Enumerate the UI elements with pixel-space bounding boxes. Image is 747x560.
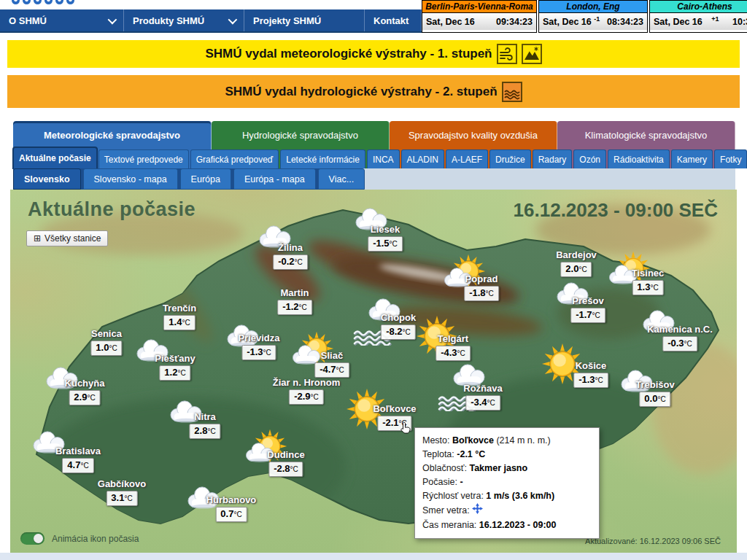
station-poprad[interactable]: Poprad-1.8°C: [464, 273, 499, 301]
clock-datetime-row: Sat, Dec 16-108:34:23: [539, 13, 647, 30]
station-pre-ov[interactable]: Prešov-1.7°C: [570, 295, 605, 323]
station-temp: -1.3°C: [573, 373, 608, 388]
clock-utc-offset: -1: [594, 15, 600, 23]
station--ilina[interactable]: Žilina-0.2°C: [273, 242, 308, 270]
toggle-knob: [34, 534, 43, 543]
station-bardejov[interactable]: Bardejov2.0°C: [556, 249, 597, 277]
nav-item-projekty-shmú[interactable]: Projekty SHMÚ: [244, 9, 365, 31]
station-trebi-ov[interactable]: Trebišov0.0°C: [635, 379, 674, 407]
clock-date: Sat, Dec 16: [543, 17, 592, 27]
station-pie-any[interactable]: Piešťany1.2°C: [155, 353, 195, 381]
tab-leteck-inform-cie[interactable]: Letecké informácie: [280, 149, 365, 168]
tab-grafick-predpove-[interactable]: Grafická predpoveď: [190, 149, 279, 168]
station-name: Rožňava: [463, 383, 502, 394]
tab-slovensko[interactable]: Slovensko: [13, 168, 81, 190]
main-tab-spravodajstvo[interactable]: Spravodajstvo kvality ovzdušia: [390, 121, 557, 149]
tab-aktu-lne-po-asie[interactable]: Aktuálne počasie: [13, 147, 97, 168]
meteo-alert-banner[interactable]: SHMÚ vydal meteorologické výstrahy - 1. …: [7, 40, 740, 68]
clock: London, EngSat, Dec 16-108:34:23: [538, 0, 648, 33]
clock: Berlin-Paris-Vienna-RomaSat, Dec 1609:34…: [422, 0, 537, 33]
station-slia-[interactable]: Sliač-4.7°C: [314, 350, 349, 378]
station-temp: 1.2°C: [159, 365, 190, 381]
station-gab-kovo[interactable]: Gabčíkovo3.1°C: [98, 478, 146, 506]
alert-text: SHMÚ vydal meteorologické výstrahy - 1. …: [205, 47, 492, 61]
station-chopok[interactable]: Chopok-8.2°C: [381, 312, 416, 340]
clock-time: 09:34:23: [492, 17, 533, 27]
station--iar-n-hronom[interactable]: Žiar n. Hronom-2.9°C: [273, 377, 340, 405]
nav-item-label: O SHMÚ: [9, 15, 47, 26]
station-ro-ava[interactable]: Rožňava-3.4°C: [463, 383, 502, 411]
station-liesek[interactable]: Liesek-1.5°C: [368, 224, 403, 252]
main-tab-meteorologické[interactable]: Meteorologické spravodajstvo: [13, 121, 212, 149]
tab-a-laef[interactable]: A-LAEF: [446, 149, 488, 168]
station-temp: -1.7°C: [570, 308, 605, 323]
flood-warning-icon: [502, 82, 522, 102]
clock-title: Cairo-Athens: [650, 1, 747, 13]
station-temp: -4.3°C: [436, 346, 471, 361]
tab-aladin[interactable]: ALADIN: [401, 149, 444, 168]
tab-eur-pa-mapa[interactable]: Európa - mapa: [233, 168, 316, 190]
tab-slovensko-mapa[interactable]: Slovensko - mapa: [83, 168, 178, 190]
clock-time: 08:34:23: [603, 17, 643, 27]
main-tab-klimatologické[interactable]: Klimatologické spravodajstvo: [557, 121, 735, 149]
station-martin[interactable]: Martin-1.2°C: [277, 287, 312, 315]
weather-map: Aktuálne počasie 16.12.2023 - 09:00 SEČ …: [10, 190, 737, 553]
tooltip-row: Počasie: -: [422, 475, 592, 489]
nav-item-o-shmú[interactable]: O SHMÚ: [0, 9, 124, 31]
tab-dru-ice[interactable]: Družice: [489, 149, 531, 168]
station-temp: -0.2°C: [273, 254, 308, 270]
wind-direction-icon: [472, 506, 483, 516]
station-bratislava[interactable]: Bratislava4.7°C: [55, 446, 101, 473]
station-name: Kuchyňa: [65, 378, 105, 389]
tooltip-value: 1 m/s (3.6 km/h): [486, 491, 554, 501]
tooltip-label: Smer vetra:: [422, 505, 472, 516]
logo-dot: [66, 0, 74, 4]
main-tab-hydrologické[interactable]: Hydrologické spravodajstvo: [212, 121, 390, 149]
tab-viac-[interactable]: Viac...: [318, 168, 365, 190]
station-name: Boľkovce: [373, 403, 416, 414]
tooltip-label: Teplota:: [422, 449, 457, 459]
tab-inca[interactable]: INCA: [367, 149, 400, 168]
station-kuchy-a[interactable]: Kuchyňa2.9°C: [65, 378, 105, 405]
all-stations-button[interactable]: ⊞ Všetky stanice: [26, 230, 108, 246]
station-name: Telgárt: [438, 333, 468, 344]
station-name: Žiar n. Hronom: [273, 377, 340, 388]
map-title: Aktuálne počasie: [28, 198, 196, 221]
hydro-alert-banner[interactable]: SHMÚ vydal hydrologické výstrahy - 2. st…: [7, 75, 740, 108]
tab-r-dioaktivita[interactable]: Rádioaktivita: [608, 149, 670, 168]
alert-text: SHMÚ vydal hydrologické výstrahy - 2. st…: [225, 85, 497, 99]
animation-toggle[interactable]: [20, 532, 44, 545]
station-prievidza[interactable]: Prievidza-1.3°C: [238, 332, 279, 360]
tab-kamery[interactable]: Kamery: [671, 149, 713, 168]
nav-item-label: Projekty SHMÚ: [253, 15, 321, 26]
tab-radary[interactable]: Radary: [533, 149, 573, 168]
tab-textov-predpovede[interactable]: Textové predpovede: [98, 149, 189, 168]
clock-title: London, Eng: [539, 1, 647, 13]
nav-item-kontakt[interactable]: Kontakt: [365, 9, 422, 31]
tooltip-row: Rýchlosť vetra: 1 m/s (3.6 km/h): [422, 489, 592, 503]
region-tabs-row: SlovenskoSlovensko - mapaEurópaEurópa - …: [13, 168, 735, 190]
tab-oz-n[interactable]: Ozón: [573, 149, 606, 168]
station-ko-ice[interactable]: Košice-1.3°C: [573, 360, 608, 388]
nav-item-produkty-shmú[interactable]: Produkty SHMÚ: [124, 9, 244, 31]
station-name: Nitra: [194, 411, 216, 422]
station-name: Liesek: [371, 224, 400, 235]
station-nitra[interactable]: Nitra2.8°C: [189, 411, 220, 439]
station-hurbanovo[interactable]: Hurbanovo0.7°C: [206, 494, 257, 522]
station-name: Trenčín: [163, 303, 196, 314]
station-kamenica-n-c-[interactable]: Kamenica n.C.-0.3°C: [647, 324, 713, 351]
station-temp: -1.5°C: [368, 236, 403, 252]
tab-fotky[interactable]: Fotky: [714, 149, 747, 168]
tab-eur-pa[interactable]: Európa: [180, 168, 231, 190]
tooltip-row: Smer vetra:: [422, 503, 592, 518]
station-telg-rt[interactable]: Telgárt-4.3°C: [436, 333, 471, 361]
station-senica[interactable]: Senica1.0°C: [90, 328, 122, 356]
station-tren-n[interactable]: Trenčín1.4°C: [163, 303, 196, 330]
tooltip-suffix: (214 m n. m.): [494, 435, 551, 446]
station-temp: -4.7°C: [314, 362, 349, 378]
station-temp: 1.4°C: [163, 315, 195, 330]
station-dudince[interactable]: Dudince-2.8°C: [267, 449, 304, 477]
station-temp: 1.3°C: [632, 280, 663, 295]
shmu-logo-dots: [12, 0, 74, 4]
station-tisinec[interactable]: Tisinec1.3°C: [632, 268, 665, 295]
